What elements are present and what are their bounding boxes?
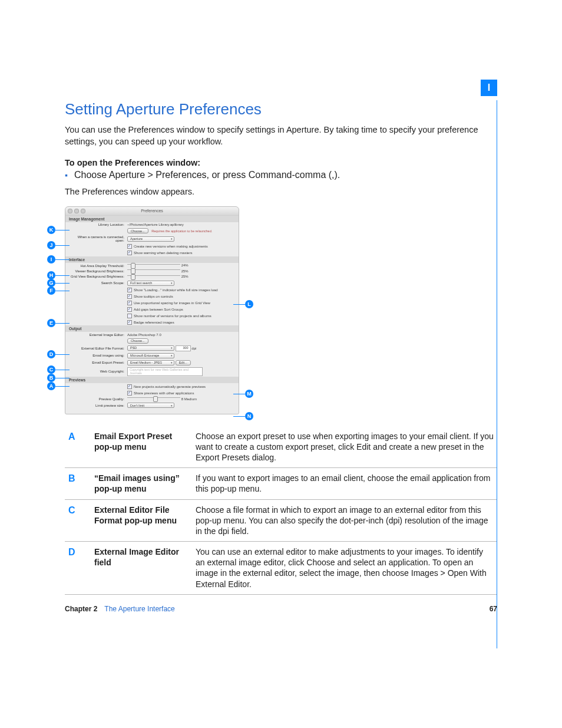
email-using-popup[interactable]: Microsoft Entourage xyxy=(127,353,174,358)
chk-badge[interactable] xyxy=(127,320,132,325)
row-ext-format: External Editor File Format:PSD 300 dpi xyxy=(65,344,239,352)
ext-editor-value: Adobe Photoshop 7.0 xyxy=(127,333,235,337)
row-preview-quality: Preview Quality: 8 Medium xyxy=(65,396,239,401)
row-camera-open: When a camera is connected, open: Apertu… xyxy=(65,235,239,243)
label-grid-bg: Grid View Background Brightness: xyxy=(69,275,127,278)
table-row: AEmail Export Preset pop-up menuChoose a… xyxy=(65,426,497,468)
section-output: Output xyxy=(65,325,239,332)
chk-warn-delete[interactable] xyxy=(127,251,132,255)
legend-description: Choose a file format in which to export … xyxy=(192,499,497,542)
callout-line xyxy=(55,386,70,387)
legend-letter: A xyxy=(65,426,91,468)
chk-share-previews[interactable] xyxy=(127,391,132,396)
relaunch-hint: Requires the application to be relaunche… xyxy=(151,229,212,233)
table-row: CExternal Editor File Format pop-up menu… xyxy=(65,499,497,542)
hot-area-value: 24% xyxy=(181,263,189,267)
chk-gaps[interactable] xyxy=(127,307,132,312)
legend-description: If you want to export images to an email… xyxy=(192,468,497,499)
callout-I: I xyxy=(47,255,55,263)
camera-open-popup[interactable]: Aperture xyxy=(127,236,174,242)
callout-H: H xyxy=(47,271,55,279)
chk-auto-previews-label: New projects automatically generate prev… xyxy=(134,384,206,388)
row-library-location: Library Location: ~/Pictures/Aperture Li… xyxy=(65,222,239,228)
page-footer: Chapter 2The Aperture Interface 67 xyxy=(65,605,497,613)
chk-proportional-label: Use proportional spacing for images in G… xyxy=(134,301,210,304)
callout-M: M xyxy=(245,390,253,398)
row-viewer-bg: Viewer Background Brightness: 25% xyxy=(65,268,239,274)
chk-loading[interactable] xyxy=(127,288,132,292)
callout-line xyxy=(55,370,70,370)
chk-auto-previews[interactable] xyxy=(127,384,132,389)
table-row: B“Email images using” pop-up menuIf you … xyxy=(65,468,497,499)
label-ext-format: External Editor File Format: xyxy=(69,347,127,350)
chk-counts[interactable] xyxy=(127,314,132,318)
section-tab: I xyxy=(481,80,497,96)
slider-viewer-bg[interactable] xyxy=(127,269,180,273)
callout-G: G xyxy=(47,279,55,287)
window-titlebar: Preferences xyxy=(65,207,239,216)
callout-legend-table: AEmail Export Preset pop-up menuChoose a… xyxy=(65,426,497,595)
email-preset-popup[interactable]: Email Medium - JPEG xyxy=(127,360,174,365)
chk-share-previews-label: Share previews with other applications xyxy=(134,391,194,394)
callout-line xyxy=(55,283,70,284)
section-rule xyxy=(497,100,497,648)
chk-tooltips-label: Show tooltips on controls xyxy=(134,294,173,298)
bullet-icon: ▪ xyxy=(65,170,74,180)
section-interface: Interface xyxy=(65,256,239,263)
chk-warn-delete-label: Show warning when deleting masters xyxy=(134,251,192,255)
web-copyright-field[interactable]: Copyright text for new Web Galleries and… xyxy=(127,367,203,376)
callout-line xyxy=(55,245,70,246)
chk-tooltips[interactable] xyxy=(127,294,132,299)
label-limit-size: Limit preview size: xyxy=(69,404,127,407)
label-library-location: Library Location: xyxy=(69,223,127,226)
chk-loading-label: Show "Loading..." indicator while full s… xyxy=(134,288,218,291)
dpi-field[interactable]: 300 xyxy=(176,345,191,351)
viewer-bg-value: 25% xyxy=(181,269,189,273)
ext-format-popup[interactable]: PSD xyxy=(127,345,174,351)
preview-quality-value: 8 Medium xyxy=(181,397,197,401)
legend-letter: C xyxy=(65,499,91,542)
callout-line xyxy=(55,354,70,355)
label-viewer-bg: Viewer Background Brightness: xyxy=(69,269,127,273)
search-scope-popup[interactable]: Full text search xyxy=(127,281,174,286)
section-previews: Previews xyxy=(65,377,239,383)
row-ext-editor: External Image Editor:Adobe Photoshop 7.… xyxy=(65,332,239,337)
callout-line xyxy=(233,394,245,394)
label-ext-editor: External Image Editor: xyxy=(69,333,127,337)
row-email-preset: Email Export Preset:Email Medium - JPEG … xyxy=(65,359,239,366)
legend-term: Email Export Preset pop-up menu xyxy=(91,426,192,468)
callout-line xyxy=(55,378,70,378)
label-camera-open: When a camera is connected, open: xyxy=(69,235,127,242)
slider-grid-bg[interactable] xyxy=(127,275,180,279)
chk-badge-label: Badge referenced images xyxy=(134,320,174,324)
legend-letter: D xyxy=(65,542,91,595)
chk-new-versions[interactable] xyxy=(127,244,132,249)
edit-preset-button[interactable]: Edit... xyxy=(176,360,191,365)
legend-description: You can use an external editor to make a… xyxy=(192,542,497,595)
legend-term: External Editor File Format pop-up menu xyxy=(91,499,192,542)
grid-bg-value: 25% xyxy=(181,275,189,278)
page-heading: Setting Aperture Preferences xyxy=(65,100,497,118)
callout-line xyxy=(55,259,70,260)
callout-B: B xyxy=(47,374,55,382)
callout-J: J xyxy=(47,241,55,249)
slider-preview-quality[interactable] xyxy=(127,397,180,401)
footer-page-number: 67 xyxy=(490,605,497,613)
legend-letter: B xyxy=(65,468,91,499)
callout-line xyxy=(233,416,245,417)
choose-button[interactable]: Choose... xyxy=(127,228,148,233)
choose-editor-button[interactable]: Choose... xyxy=(127,338,148,344)
limit-size-popup[interactable]: Don't limit xyxy=(127,403,174,408)
label-email-preset: Email Export Preset: xyxy=(69,361,127,364)
legend-description: Choose an export preset to use when expo… xyxy=(192,426,497,468)
chk-gaps-label: Add gaps between Sort Groups xyxy=(134,307,183,311)
row-web-copyright: Web Copyright:Copyright text for new Web… xyxy=(65,366,239,377)
section-image-management: Image Management xyxy=(65,216,239,222)
window-title: Preferences xyxy=(141,209,163,213)
callout-F: F xyxy=(47,286,55,295)
value-library-location: ~/Pictures/Aperture Library.aplibrary xyxy=(127,223,235,226)
row-grid-bg: Grid View Background Brightness: 25% xyxy=(65,274,239,279)
slider-hot-area[interactable] xyxy=(127,264,180,268)
callout-line xyxy=(233,304,245,305)
chk-proportional[interactable] xyxy=(127,301,132,305)
